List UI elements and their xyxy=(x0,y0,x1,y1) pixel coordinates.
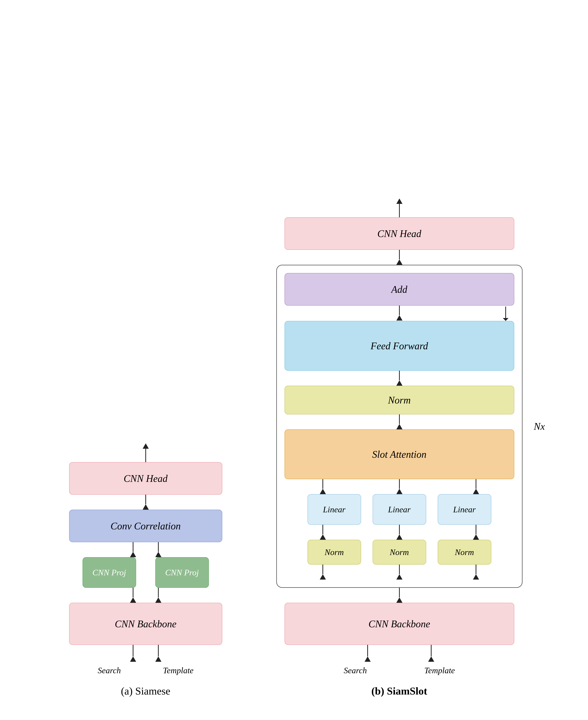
arrow-bb-right xyxy=(155,588,162,603)
arrow-left-branch xyxy=(130,542,136,557)
search-label-right: Search xyxy=(344,665,367,675)
template-label-left: Template xyxy=(163,665,194,675)
arrow-template-right xyxy=(428,645,434,662)
arrow-lin2 xyxy=(396,479,402,494)
norm-box-2: Norm xyxy=(373,540,426,565)
arrow-norm1 xyxy=(320,525,326,540)
slot-attention-box: Slot Attention xyxy=(285,429,514,479)
linear-box-1: Linear xyxy=(308,494,361,525)
input-labels-right: Search Template xyxy=(344,665,455,675)
linear-box-3: Linear xyxy=(438,494,491,525)
conv-corr-left: Conv Correlation xyxy=(69,509,222,542)
arrow-template-left xyxy=(155,645,162,662)
feed-forward-box: Feed Forward xyxy=(285,321,514,371)
norm-row: Norm Norm Norm xyxy=(285,540,514,565)
arrow-bb-n2 xyxy=(396,565,402,580)
linear-row: Linear Linear Linear xyxy=(285,494,514,525)
norm-to-linear-arrows xyxy=(285,525,514,540)
cnn-head-right: CNN Head xyxy=(285,217,514,250)
arrow-lin1 xyxy=(320,479,326,494)
top-arrow-right xyxy=(396,199,402,217)
arrow-add-to-head xyxy=(396,250,402,265)
bypass-arrow-top xyxy=(285,305,514,321)
arrow-slot-to-norm xyxy=(396,415,402,429)
cnn-proj-row: CNN Proj CNN Proj xyxy=(69,557,222,588)
search-label-left: Search xyxy=(98,665,121,675)
arrow-lin3 xyxy=(473,479,479,494)
arrow-search-left xyxy=(130,645,136,662)
right-outer-border: Nx Add Fe xyxy=(276,265,523,588)
norm-box-3: Norm xyxy=(438,540,491,565)
norm-wide-box: Norm xyxy=(285,386,514,415)
arrow-bb-left xyxy=(130,588,136,603)
arrow-bb-n3 xyxy=(473,565,479,580)
arrow-right-branch xyxy=(155,542,162,557)
bb-to-norm-arrows xyxy=(285,565,514,580)
arrow-to-conv xyxy=(143,495,149,509)
cnn-backbone-right: CNN Backbone xyxy=(285,603,514,645)
cnn-proj-left-1: CNN Proj xyxy=(83,557,136,588)
template-label-right: Template xyxy=(424,665,455,675)
linear-to-slot-arrows xyxy=(285,479,514,494)
caption-left: (a) Siamese xyxy=(121,685,170,697)
cnn-head-left: CNN Head xyxy=(69,462,222,495)
norm-box-1: Norm xyxy=(308,540,361,565)
top-arrow-left xyxy=(143,443,149,462)
arrow-bb-to-border xyxy=(396,588,402,603)
cnn-proj-left-2: CNN Proj xyxy=(155,557,209,588)
svg-marker-1 xyxy=(503,318,508,321)
nx-label: Nx xyxy=(534,421,545,432)
arrow-bb-n1 xyxy=(320,565,326,580)
input-labels-left: Search Template xyxy=(98,665,193,675)
add-box: Add xyxy=(285,273,514,305)
arrow-norm3 xyxy=(473,525,479,540)
left-diagram: CNN Head Conv Correlation CNN Proj xyxy=(60,443,232,697)
arrow-search-right xyxy=(364,645,371,662)
add-arrows-area xyxy=(285,305,514,321)
linear-box-2: Linear xyxy=(373,494,426,525)
right-diagram: CNN Head Nx Add xyxy=(270,199,529,697)
arrow-norm-to-ff xyxy=(396,371,402,386)
arrow-norm2 xyxy=(396,525,402,540)
cnn-backbone-left: CNN Backbone xyxy=(69,603,222,645)
caption-right: (b) SiamSlot xyxy=(372,685,427,697)
input-arrows-right xyxy=(285,645,514,662)
